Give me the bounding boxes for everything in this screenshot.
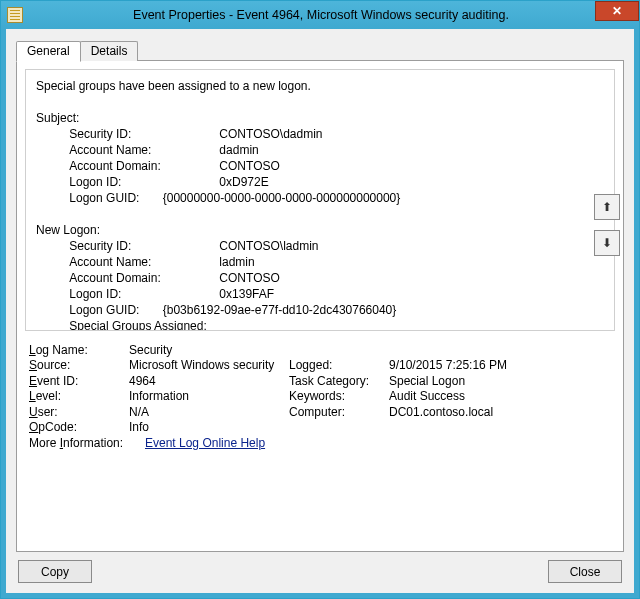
arrow-up-icon: ⬆ [602,200,612,214]
online-help-link[interactable]: Event Log Online Help [145,436,265,450]
computer-label: Computer: [289,405,389,419]
newlogon-security-id: CONTOSO\ladmin [219,239,318,253]
subject-account-domain-label: Account Domain: [69,158,209,174]
subject-account-name: dadmin [219,143,258,157]
user-label: User: [29,405,129,419]
newlogon-logon-id-label: Logon ID: [69,286,209,302]
task-category-label: Task Category: [289,374,389,388]
subject-logon-id-label: Logon ID: [69,174,209,190]
close-icon: ✕ [612,4,622,18]
source-value: Microsoft Windows security [129,358,289,372]
newlogon-logon-id: 0x139FAF [219,287,274,301]
titlebar: Event Properties - Event 4964, Microsoft… [1,1,639,29]
record-nav: ⬆ ⬇ [594,194,620,256]
window-close-button[interactable]: ✕ [595,1,639,21]
level-label: Level: [29,389,129,403]
newlogon-account-domain: CONTOSO [219,271,279,285]
prev-event-button[interactable]: ⬆ [594,194,620,220]
tab-details[interactable]: Details [80,41,139,61]
subject-account-name-label: Account Name: [69,142,209,158]
newlogon-special-groups-label: Special Groups Assigned: [69,319,206,331]
more-info-label: More Information: [29,436,145,450]
newlogon-logon-guid: {b03b6192-09ae-e77f-dd10-2dc430766040} [163,303,397,317]
newlogon-account-name-label: Account Name: [69,254,209,270]
subject-logon-guid-label: Logon GUID: [69,190,139,206]
event-id-value: 4964 [129,374,289,388]
close-button[interactable]: Close [548,560,622,583]
newlogon-account-domain-label: Account Domain: [69,270,209,286]
event-properties-window: Event Properties - Event 4964, Microsoft… [0,0,640,599]
log-name-label: Log Name: [29,343,129,357]
window-title: Event Properties - Event 4964, Microsoft… [31,8,639,22]
log-name-value: Security [129,343,289,357]
newlogon-account-name: ladmin [219,255,254,269]
event-metadata: Log Name: Security Source: Microsoft Win… [25,331,615,451]
copy-button[interactable]: Copy [18,560,92,583]
keywords-value: Audit Success [389,389,611,403]
system-icon [7,7,23,23]
subject-logon-id: 0xD972E [219,175,268,189]
event-id-label: Event ID: [29,374,129,388]
tab-panel-general: Special groups have been assigned to a n… [16,60,624,552]
tab-general[interactable]: General [16,41,81,62]
keywords-label: Keywords: [289,389,389,403]
opcode-value: Info [129,420,289,434]
subject-logon-guid: {00000000-0000-0000-0000-000000000000} [163,191,401,205]
tab-strip: General Details [16,39,624,61]
event-description: Special groups have been assigned to a n… [25,69,615,331]
task-category-value: Special Logon [389,374,611,388]
newlogon-security-id-label: Security ID: [69,238,209,254]
desc-heading: Special groups have been assigned to a n… [36,79,311,93]
dialog-buttons: Copy Close [16,552,624,585]
subject-security-id: CONTOSO\dadmin [219,127,322,141]
logged-label: Logged: [289,358,389,372]
subject-account-domain: CONTOSO [219,159,279,173]
window-body: ⬆ ⬇ General Details Special groups have … [1,29,639,598]
source-label: Source: [29,358,129,372]
newlogon-logon-guid-label: Logon GUID: [69,302,139,318]
next-event-button[interactable]: ⬇ [594,230,620,256]
subject-label: Subject: [36,111,79,125]
computer-value: DC01.contoso.local [389,405,611,419]
new-logon-label: New Logon: [36,223,100,237]
level-value: Information [129,389,289,403]
arrow-down-icon: ⬇ [602,236,612,250]
logged-value: 9/10/2015 7:25:16 PM [389,358,611,372]
subject-security-id-label: Security ID: [69,126,209,142]
opcode-label: OpCode: [29,420,129,434]
user-value: N/A [129,405,289,419]
